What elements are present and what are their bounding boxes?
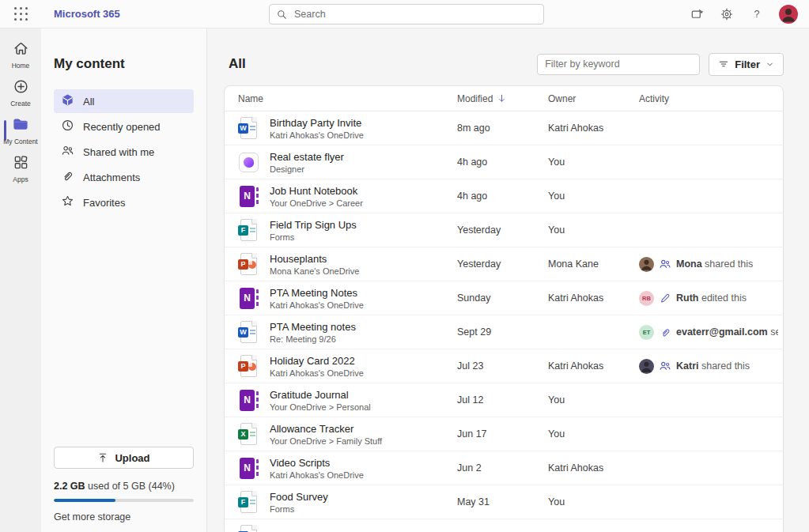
devices-icon[interactable] — [689, 6, 705, 22]
file-location: Katri Ahokas's OneDrive — [270, 300, 364, 310]
table-row[interactable]: Real estate flyerDesigner4h agoYou — [225, 145, 783, 179]
sidebar-item-attachments[interactable]: Attachments — [54, 165, 194, 189]
activity-cell: Mona shared this — [639, 257, 778, 272]
search-input[interactable] — [294, 9, 537, 20]
onenote-file-icon: N — [238, 184, 259, 209]
waffle-icon[interactable] — [14, 7, 28, 21]
table-row[interactable]: NGratitude JournalYour OneDrive > Person… — [225, 383, 783, 417]
top-bar: Microsoft 365 — [0, 0, 809, 28]
sidebar-item-favorites[interactable]: Favorites — [54, 191, 194, 214]
file-location: Your OneDrive > Career — [270, 198, 363, 208]
file-title: Allowance Tracker — [270, 423, 382, 435]
forms-file-icon: F — [238, 218, 259, 243]
onenote-file-icon: N — [238, 456, 259, 481]
file-title: Food Survey — [270, 491, 328, 503]
table-row[interactable]: PHouseplantsMona Kane's OneDriveYesterda… — [225, 247, 783, 281]
forms-file-icon: F — [238, 490, 259, 515]
rail-item-create[interactable]: Create — [0, 74, 41, 111]
file-location: Re: Meeting 9/26 — [270, 334, 356, 344]
filter-icon — [718, 58, 729, 70]
search-icon — [276, 9, 288, 21]
column-header-modified[interactable]: Modified — [457, 93, 548, 104]
file-name-cell: NVideo ScriptsKatri Ahokas's OneDrive — [238, 456, 457, 481]
sidebar: My content All Recently opened Shared wi… — [41, 28, 207, 532]
column-header-name[interactable]: Name — [238, 93, 457, 104]
sidebar-item-all[interactable]: All — [54, 89, 194, 113]
sidebar-item-label: Favorites — [83, 197, 125, 209]
file-location: Katri Ahokas's OneDrive — [270, 470, 364, 480]
rail-item-label: Create — [10, 100, 31, 108]
sidebar-item-label: Recently opened — [83, 121, 161, 133]
files-table: Name Modified Owner Activity WBirthday P… — [224, 85, 784, 532]
file-name-cell: PHouseplantsMona Kane's OneDrive — [238, 252, 457, 277]
file-name-cell: WVideo ideas — [238, 524, 457, 532]
rail-item-my-content[interactable]: My Content — [0, 112, 41, 149]
activity-avatar: ET — [639, 325, 654, 340]
app-title[interactable]: Microsoft 365 — [54, 8, 120, 20]
get-more-storage-link[interactable]: Get more storage — [54, 511, 194, 523]
table-row[interactable]: FFood SurveyFormsMay 31You — [225, 485, 783, 519]
modified-cell: Jun 17 — [457, 428, 548, 440]
chevron-down-icon — [766, 60, 774, 69]
activity-text: evaterr@gmail.com se… — [676, 326, 778, 338]
file-title: Birthday Party Invite — [270, 117, 364, 129]
storage-progress-bar — [54, 499, 194, 502]
activity-cell: RBRuth edited this — [639, 291, 778, 306]
column-header-activity[interactable]: Activity — [639, 93, 778, 104]
filter-button[interactable]: Filter — [709, 53, 784, 76]
owner-cell: You — [548, 394, 639, 406]
filter-button-label: Filter — [735, 58, 760, 70]
file-name-text: PTA Meeting NotesKatri Ahokas's OneDrive — [270, 287, 364, 310]
owner-cell: Katri Ahokas — [548, 123, 639, 134]
gear-icon[interactable] — [719, 6, 735, 22]
modified-cell: Jul 23 — [457, 360, 548, 372]
upload-button[interactable]: Upload — [54, 447, 194, 469]
owner-cell: Katri Ahokas — [548, 360, 639, 372]
modified-cell: May 31 — [457, 496, 548, 507]
table-row[interactable]: NVideo ScriptsKatri Ahokas's OneDriveJun… — [225, 451, 783, 485]
modified-cell: Sunday — [457, 292, 548, 304]
people-icon — [659, 258, 671, 270]
file-name-text: Holiday Card 2022Katri Ahokas's OneDrive — [270, 355, 364, 378]
table-row[interactable]: NJob Hunt NotebookYour OneDrive > Career… — [225, 179, 783, 213]
file-location: Mona Kane's OneDrive — [270, 266, 359, 276]
table-row[interactable]: NPTA Meeting NotesKatri Ahokas's OneDriv… — [225, 281, 783, 315]
filter-keyword-input[interactable] — [537, 54, 700, 75]
word-file-icon: W — [238, 320, 259, 345]
file-title: Field Trip Sign Ups — [270, 219, 357, 231]
onenote-file-icon: N — [238, 286, 259, 311]
table-row[interactable]: WVideo ideas — [225, 519, 783, 532]
file-name-cell: XAllowance TrackerYour OneDrive > Family… — [238, 422, 457, 447]
search-box[interactable] — [269, 4, 544, 25]
file-location: Designer — [270, 164, 344, 174]
file-name-text: PTA Meeting notesRe: Meeting 9/26 — [270, 321, 356, 344]
owner-cell: You — [548, 428, 639, 440]
user-avatar[interactable] — [779, 5, 798, 24]
rail-item-label: Home — [12, 62, 30, 70]
sidebar-item-shared-with-me[interactable]: Shared with me — [54, 140, 194, 164]
table-row[interactable]: XAllowance TrackerYour OneDrive > Family… — [225, 417, 783, 451]
file-title: Video Scripts — [270, 457, 364, 469]
sidebar-item-recently-opened[interactable]: Recently opened — [54, 115, 194, 138]
rail-item-apps[interactable]: Apps — [0, 150, 41, 187]
file-title: Holiday Card 2022 — [270, 355, 364, 367]
help-icon[interactable]: ? — [749, 6, 765, 22]
apps-icon — [13, 154, 29, 174]
activity-text: Mona shared this — [676, 258, 753, 270]
table-row[interactable]: PHoliday Card 2022Katri Ahokas's OneDriv… — [225, 349, 783, 383]
sort-desc-icon — [497, 93, 507, 104]
sidebar-title: My content — [54, 56, 194, 72]
file-location: Katri Ahokas's OneDrive — [270, 368, 364, 378]
file-name-cell: NPTA Meeting NotesKatri Ahokas's OneDriv… — [238, 286, 457, 311]
modified-cell: 8m ago — [457, 123, 548, 134]
file-name-cell: WPTA Meeting notesRe: Meeting 9/26 — [238, 320, 457, 345]
table-row[interactable]: WPTA Meeting notesRe: Meeting 9/26Sept 2… — [225, 315, 783, 349]
activity-text: Katri shared this — [676, 360, 750, 372]
rail-item-label: My Content — [3, 138, 37, 145]
table-row[interactable]: FField Trip Sign UpsFormsYesterdayYou — [225, 213, 783, 247]
table-row[interactable]: WBirthday Party InviteKatri Ahokas's One… — [225, 111, 783, 145]
column-header-owner[interactable]: Owner — [548, 93, 639, 104]
modified-cell: Jul 12 — [457, 394, 548, 406]
owner-cell: Katri Ahokas — [548, 292, 639, 304]
rail-item-home[interactable]: Home — [0, 36, 41, 73]
